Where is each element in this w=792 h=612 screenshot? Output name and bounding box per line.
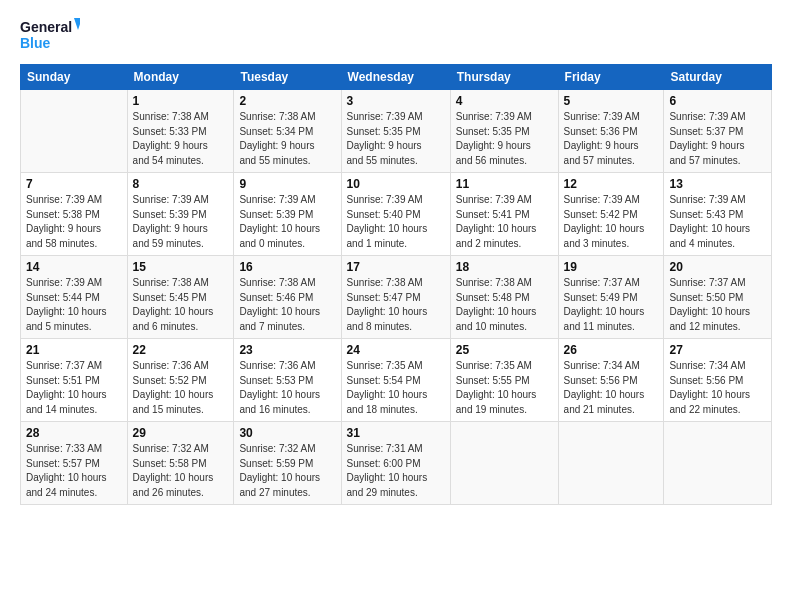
calendar-cell: 8Sunrise: 7:39 AM Sunset: 5:39 PM Daylig… [127, 173, 234, 256]
calendar-cell: 27Sunrise: 7:34 AM Sunset: 5:56 PM Dayli… [664, 339, 772, 422]
weekday-header-thursday: Thursday [450, 65, 558, 90]
weekday-header-saturday: Saturday [664, 65, 772, 90]
svg-text:General: General [20, 19, 72, 35]
day-info: Sunrise: 7:36 AM Sunset: 5:53 PM Dayligh… [239, 359, 335, 417]
day-info: Sunrise: 7:38 AM Sunset: 5:48 PM Dayligh… [456, 276, 553, 334]
day-info: Sunrise: 7:39 AM Sunset: 5:35 PM Dayligh… [347, 110, 445, 168]
svg-marker-2 [74, 18, 80, 30]
day-number: 7 [26, 177, 122, 191]
calendar-cell: 2Sunrise: 7:38 AM Sunset: 5:34 PM Daylig… [234, 90, 341, 173]
day-number: 11 [456, 177, 553, 191]
calendar-cell: 3Sunrise: 7:39 AM Sunset: 5:35 PM Daylig… [341, 90, 450, 173]
day-info: Sunrise: 7:39 AM Sunset: 5:42 PM Dayligh… [564, 193, 659, 251]
weekday-header-monday: Monday [127, 65, 234, 90]
calendar-cell: 31Sunrise: 7:31 AM Sunset: 6:00 PM Dayli… [341, 422, 450, 505]
day-info: Sunrise: 7:39 AM Sunset: 5:44 PM Dayligh… [26, 276, 122, 334]
calendar-cell: 4Sunrise: 7:39 AM Sunset: 5:35 PM Daylig… [450, 90, 558, 173]
day-number: 17 [347, 260, 445, 274]
calendar-cell: 26Sunrise: 7:34 AM Sunset: 5:56 PM Dayli… [558, 339, 664, 422]
day-info: Sunrise: 7:31 AM Sunset: 6:00 PM Dayligh… [347, 442, 445, 500]
calendar-cell [450, 422, 558, 505]
day-number: 5 [564, 94, 659, 108]
calendar-cell: 19Sunrise: 7:37 AM Sunset: 5:49 PM Dayli… [558, 256, 664, 339]
calendar-cell: 5Sunrise: 7:39 AM Sunset: 5:36 PM Daylig… [558, 90, 664, 173]
weekday-header-tuesday: Tuesday [234, 65, 341, 90]
day-number: 25 [456, 343, 553, 357]
day-info: Sunrise: 7:39 AM Sunset: 5:39 PM Dayligh… [239, 193, 335, 251]
day-info: Sunrise: 7:34 AM Sunset: 5:56 PM Dayligh… [669, 359, 766, 417]
calendar-cell: 12Sunrise: 7:39 AM Sunset: 5:42 PM Dayli… [558, 173, 664, 256]
day-number: 21 [26, 343, 122, 357]
calendar-cell: 9Sunrise: 7:39 AM Sunset: 5:39 PM Daylig… [234, 173, 341, 256]
day-info: Sunrise: 7:39 AM Sunset: 5:43 PM Dayligh… [669, 193, 766, 251]
day-number: 14 [26, 260, 122, 274]
calendar-cell: 1Sunrise: 7:38 AM Sunset: 5:33 PM Daylig… [127, 90, 234, 173]
day-info: Sunrise: 7:39 AM Sunset: 5:36 PM Dayligh… [564, 110, 659, 168]
calendar-cell: 10Sunrise: 7:39 AM Sunset: 5:40 PM Dayli… [341, 173, 450, 256]
day-info: Sunrise: 7:35 AM Sunset: 5:54 PM Dayligh… [347, 359, 445, 417]
day-info: Sunrise: 7:32 AM Sunset: 5:59 PM Dayligh… [239, 442, 335, 500]
calendar-cell: 22Sunrise: 7:36 AM Sunset: 5:52 PM Dayli… [127, 339, 234, 422]
calendar-cell: 18Sunrise: 7:38 AM Sunset: 5:48 PM Dayli… [450, 256, 558, 339]
calendar-cell: 14Sunrise: 7:39 AM Sunset: 5:44 PM Dayli… [21, 256, 128, 339]
day-number: 30 [239, 426, 335, 440]
day-info: Sunrise: 7:39 AM Sunset: 5:38 PM Dayligh… [26, 193, 122, 251]
calendar-cell: 6Sunrise: 7:39 AM Sunset: 5:37 PM Daylig… [664, 90, 772, 173]
day-number: 24 [347, 343, 445, 357]
calendar-row: 14Sunrise: 7:39 AM Sunset: 5:44 PM Dayli… [21, 256, 772, 339]
day-info: Sunrise: 7:33 AM Sunset: 5:57 PM Dayligh… [26, 442, 122, 500]
day-info: Sunrise: 7:38 AM Sunset: 5:34 PM Dayligh… [239, 110, 335, 168]
day-info: Sunrise: 7:34 AM Sunset: 5:56 PM Dayligh… [564, 359, 659, 417]
calendar-cell: 23Sunrise: 7:36 AM Sunset: 5:53 PM Dayli… [234, 339, 341, 422]
day-number: 4 [456, 94, 553, 108]
day-number: 31 [347, 426, 445, 440]
day-info: Sunrise: 7:38 AM Sunset: 5:45 PM Dayligh… [133, 276, 229, 334]
calendar-cell [21, 90, 128, 173]
day-number: 10 [347, 177, 445, 191]
weekday-header-wednesday: Wednesday [341, 65, 450, 90]
day-number: 12 [564, 177, 659, 191]
day-number: 16 [239, 260, 335, 274]
calendar-cell: 25Sunrise: 7:35 AM Sunset: 5:55 PM Dayli… [450, 339, 558, 422]
calendar-cell: 17Sunrise: 7:38 AM Sunset: 5:47 PM Dayli… [341, 256, 450, 339]
day-number: 26 [564, 343, 659, 357]
calendar-cell: 28Sunrise: 7:33 AM Sunset: 5:57 PM Dayli… [21, 422, 128, 505]
day-number: 29 [133, 426, 229, 440]
calendar-cell [664, 422, 772, 505]
day-info: Sunrise: 7:39 AM Sunset: 5:41 PM Dayligh… [456, 193, 553, 251]
weekday-header-row: SundayMondayTuesdayWednesdayThursdayFrid… [21, 65, 772, 90]
calendar-row: 21Sunrise: 7:37 AM Sunset: 5:51 PM Dayli… [21, 339, 772, 422]
page: General Blue SundayMondayTuesdayWednesda… [0, 0, 792, 612]
calendar-cell: 29Sunrise: 7:32 AM Sunset: 5:58 PM Dayli… [127, 422, 234, 505]
day-number: 27 [669, 343, 766, 357]
calendar-cell: 30Sunrise: 7:32 AM Sunset: 5:59 PM Dayli… [234, 422, 341, 505]
calendar-table: SundayMondayTuesdayWednesdayThursdayFrid… [20, 64, 772, 505]
day-number: 22 [133, 343, 229, 357]
day-info: Sunrise: 7:32 AM Sunset: 5:58 PM Dayligh… [133, 442, 229, 500]
calendar-cell: 16Sunrise: 7:38 AM Sunset: 5:46 PM Dayli… [234, 256, 341, 339]
day-info: Sunrise: 7:39 AM Sunset: 5:40 PM Dayligh… [347, 193, 445, 251]
calendar-cell [558, 422, 664, 505]
day-info: Sunrise: 7:37 AM Sunset: 5:50 PM Dayligh… [669, 276, 766, 334]
weekday-header-friday: Friday [558, 65, 664, 90]
day-number: 23 [239, 343, 335, 357]
day-number: 28 [26, 426, 122, 440]
calendar-row: 28Sunrise: 7:33 AM Sunset: 5:57 PM Dayli… [21, 422, 772, 505]
day-number: 2 [239, 94, 335, 108]
header: General Blue [20, 16, 772, 54]
calendar-cell: 20Sunrise: 7:37 AM Sunset: 5:50 PM Dayli… [664, 256, 772, 339]
calendar-cell: 24Sunrise: 7:35 AM Sunset: 5:54 PM Dayli… [341, 339, 450, 422]
calendar-cell: 15Sunrise: 7:38 AM Sunset: 5:45 PM Dayli… [127, 256, 234, 339]
calendar-cell: 13Sunrise: 7:39 AM Sunset: 5:43 PM Dayli… [664, 173, 772, 256]
logo: General Blue [20, 16, 80, 54]
day-info: Sunrise: 7:36 AM Sunset: 5:52 PM Dayligh… [133, 359, 229, 417]
day-number: 13 [669, 177, 766, 191]
day-number: 9 [239, 177, 335, 191]
calendar-row: 1Sunrise: 7:38 AM Sunset: 5:33 PM Daylig… [21, 90, 772, 173]
day-number: 3 [347, 94, 445, 108]
day-info: Sunrise: 7:39 AM Sunset: 5:37 PM Dayligh… [669, 110, 766, 168]
svg-text:Blue: Blue [20, 35, 51, 51]
weekday-header-sunday: Sunday [21, 65, 128, 90]
day-info: Sunrise: 7:39 AM Sunset: 5:35 PM Dayligh… [456, 110, 553, 168]
day-number: 8 [133, 177, 229, 191]
